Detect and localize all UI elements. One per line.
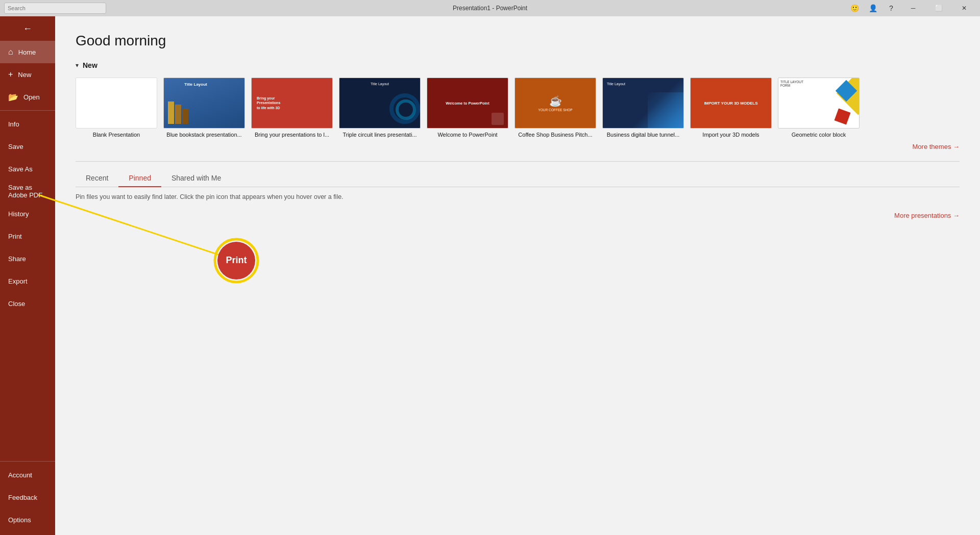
sidebar-item-export[interactable]: Export xyxy=(0,270,55,292)
tab-shared[interactable]: Shared with Me xyxy=(161,170,231,187)
sidebar-item-history-label: History xyxy=(8,210,29,218)
template-name-coffee: Coffee Shop Business Pitch... xyxy=(514,132,596,138)
templates-row: Blank Presentation Title Layout Blue boo… xyxy=(76,78,960,138)
open-icon: 📂 xyxy=(8,92,18,102)
help-icon[interactable]: ? xyxy=(883,0,899,16)
maximize-button[interactable]: ⬜ xyxy=(927,0,950,16)
sidebar-item-save-as-pdf[interactable]: Save as Adobe PDF xyxy=(0,180,55,202)
new-icon: + xyxy=(8,70,13,79)
template-bookstack[interactable]: Title Layout Blue bookstack presentation… xyxy=(163,78,245,138)
greeting-heading: Good morning xyxy=(76,33,960,49)
pin-hint-text: Pin files you want to easily find later.… xyxy=(76,193,960,200)
template-thumb-welcome: Welcome to PowerPoint xyxy=(427,78,508,129)
more-presentations-link[interactable]: More presentations → xyxy=(894,212,960,219)
more-presentations-row: More presentations → xyxy=(76,211,960,220)
sidebar-item-close-label: Close xyxy=(8,300,25,308)
sidebar-divider-2 xyxy=(0,461,55,462)
sidebar-item-open-label: Open xyxy=(23,93,40,101)
template-thumb-bookstack: Title Layout xyxy=(163,78,245,129)
profile-icon[interactable]: 👤 xyxy=(865,0,881,16)
new-section-header: ▾ New xyxy=(76,61,960,69)
sidebar-item-options-label: Options xyxy=(8,516,31,524)
sidebar-item-share[interactable]: Share xyxy=(0,247,55,270)
sidebar-item-close[interactable]: Close xyxy=(0,292,55,315)
template-thumb-circuit: Title Layout xyxy=(339,78,421,129)
sidebar-item-print[interactable]: Print xyxy=(0,225,55,247)
sidebar-item-account-label: Account xyxy=(8,471,32,479)
more-themes-row: More themes → xyxy=(76,142,960,151)
sidebar-bottom: Account Feedback Options xyxy=(0,464,55,535)
sidebar-item-feedback-label: Feedback xyxy=(8,494,37,501)
title-search-input[interactable] xyxy=(4,3,106,14)
sidebar-item-info-label: Info xyxy=(8,120,19,128)
sidebar-divider-1 xyxy=(0,110,55,111)
template-thumb-import3d: IMPORT YOUR 3D MODELS xyxy=(690,78,772,129)
sidebar: ← ⌂ Home + New 📂 Open Info Save Save A xyxy=(0,16,55,535)
template-name-business: Business digital blue tunnel... xyxy=(602,132,684,138)
new-section-title: New xyxy=(83,61,97,69)
more-themes-link[interactable]: More themes → xyxy=(913,143,960,150)
sidebar-item-info[interactable]: Info xyxy=(0,113,55,135)
template-bring[interactable]: Bring yourPresentationsto life with 3D B… xyxy=(251,78,333,138)
close-button[interactable]: ✕ xyxy=(952,0,976,16)
template-name-blank: Blank Presentation xyxy=(76,132,157,138)
tabs-row: Recent Pinned Shared with Me xyxy=(76,170,960,187)
template-thumb-coffee: ☕ YOUR COFFEE SHOP xyxy=(514,78,596,129)
template-thumb-business: Title Layout xyxy=(602,78,684,129)
sidebar-item-save[interactable]: Save xyxy=(0,135,55,158)
sidebar-item-new-label: New xyxy=(18,71,31,79)
sidebar-item-save-label: Save xyxy=(8,143,23,150)
sidebar-nav: ⌂ Home + New 📂 Open Info Save Save As xyxy=(0,41,55,459)
title-bar: Presentation1 - PowerPoint 🙂 👤 ? ─ ⬜ ✕ xyxy=(0,0,980,16)
sidebar-item-home-label: Home xyxy=(18,48,36,56)
app-body: ← ⌂ Home + New 📂 Open Info Save Save A xyxy=(0,16,980,535)
template-name-geometric: Geometric color block xyxy=(778,132,860,138)
template-blank[interactable]: Blank Presentation xyxy=(76,78,157,138)
template-welcome[interactable]: Welcome to PowerPoint Welcome to PowerPo… xyxy=(427,78,508,138)
sidebar-item-save-as-label: Save As xyxy=(8,165,33,173)
template-name-bookstack: Blue bookstack presentation... xyxy=(163,132,245,138)
sidebar-item-share-label: Share xyxy=(8,255,26,263)
sidebar-item-account[interactable]: Account xyxy=(0,464,55,486)
sidebar-item-home[interactable]: ⌂ Home xyxy=(0,41,55,63)
template-thumb-bring: Bring yourPresentationsto life with 3D xyxy=(251,78,333,129)
sidebar-item-feedback[interactable]: Feedback xyxy=(0,486,55,508)
sidebar-item-print-label: Print xyxy=(8,233,22,240)
main-content: Good morning ▾ New Blank Presentation xyxy=(55,16,980,535)
template-thumb-blank xyxy=(76,78,157,129)
back-button[interactable]: ← xyxy=(0,16,55,41)
template-thumb-geometric: TITLE LAYOUTFORM xyxy=(778,78,860,129)
sidebar-item-save-as[interactable]: Save As xyxy=(0,158,55,180)
sidebar-item-history[interactable]: History xyxy=(0,202,55,225)
template-name-import3d: Import your 3D models xyxy=(690,132,772,138)
template-name-circuit: Triple circuit lines presentati... xyxy=(339,132,421,138)
tab-pinned[interactable]: Pinned xyxy=(118,170,161,187)
template-coffee[interactable]: ☕ YOUR COFFEE SHOP Coffee Shop Business … xyxy=(514,78,596,138)
sidebar-item-save-as-pdf-label: Save as Adobe PDF xyxy=(8,184,47,199)
template-circuit[interactable]: Title Layout Triple circuit lines presen… xyxy=(339,78,421,138)
new-section-toggle[interactable]: ▾ xyxy=(76,62,79,69)
window-title: Presentation1 - PowerPoint xyxy=(453,5,527,12)
sidebar-item-open[interactable]: 📂 Open xyxy=(0,86,55,108)
sidebar-item-options[interactable]: Options xyxy=(0,508,55,531)
minimize-button[interactable]: ─ xyxy=(901,0,925,16)
template-geometric[interactable]: TITLE LAYOUTFORM Geometric color block xyxy=(778,78,860,138)
template-name-bring: Bring your presentations to l... xyxy=(251,132,333,138)
emoji-icon[interactable]: 🙂 xyxy=(846,0,863,16)
tab-recent[interactable]: Recent xyxy=(76,170,118,187)
template-name-welcome: Welcome to PowerPoint xyxy=(427,132,508,138)
home-icon: ⌂ xyxy=(8,47,13,57)
template-business[interactable]: Title Layout Business digital blue tunne… xyxy=(602,78,684,138)
template-import3d[interactable]: IMPORT YOUR 3D MODELS Import your 3D mod… xyxy=(690,78,772,138)
sidebar-item-export-label: Export xyxy=(8,277,28,285)
sidebar-item-new[interactable]: + New xyxy=(0,63,55,86)
